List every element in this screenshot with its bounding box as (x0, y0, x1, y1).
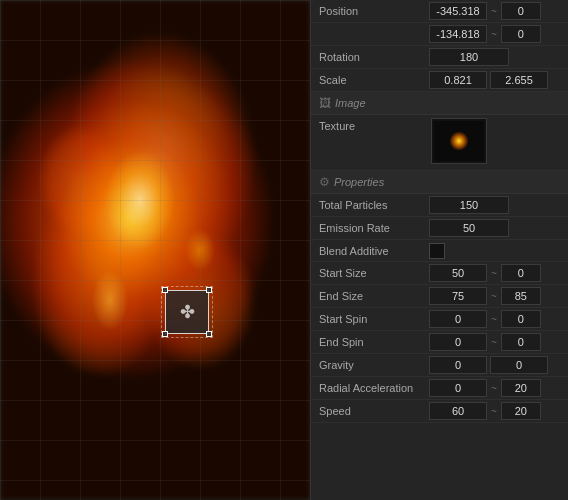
grid-overlay (0, 0, 310, 500)
position-row-1: Position ~ (311, 0, 568, 23)
speed-tilde: ~ (490, 406, 498, 417)
selected-object-widget[interactable]: ✤ (165, 290, 209, 334)
scale-row: Scale (311, 69, 568, 92)
tilde-2: ~ (490, 29, 498, 40)
gravity-input2[interactable] (490, 356, 548, 374)
end-size-input[interactable] (429, 287, 487, 305)
end-spin-label: End Spin (319, 336, 429, 348)
position-values-1: ~ (429, 2, 560, 20)
gravity-input[interactable] (429, 356, 487, 374)
texture-thumbnail[interactable] (431, 118, 487, 164)
blend-additive-checkbox[interactable] (429, 243, 445, 259)
scale-y-input[interactable] (490, 71, 548, 89)
properties-section-title: Properties (334, 176, 384, 188)
properties-panel: Position ~ ~ Rotation Scale 🖼 Image (310, 0, 568, 500)
canvas-viewport[interactable]: ✤ (0, 0, 310, 500)
handle-top-right[interactable] (206, 287, 212, 293)
image-section-icon: 🖼 (319, 96, 331, 110)
position-y2-input[interactable] (501, 25, 541, 43)
gravity-values (429, 356, 560, 374)
radial-accel-tilde: ~ (490, 383, 498, 394)
speed-input2[interactable] (501, 402, 541, 420)
position-values-2: ~ (429, 25, 560, 43)
texture-label: Texture (319, 118, 429, 132)
position-row-2: ~ (311, 23, 568, 46)
texture-preview (434, 121, 484, 161)
start-spin-values: ~ (429, 310, 560, 328)
start-size-input[interactable] (429, 264, 487, 282)
scale-label: Scale (319, 74, 429, 86)
end-size-values: ~ (429, 287, 560, 305)
end-size-label: End Size (319, 290, 429, 302)
end-spin-row: End Spin ~ (311, 331, 568, 354)
blend-additive-label: Blend Additive (319, 245, 429, 257)
rotation-label: Rotation (319, 51, 429, 63)
emission-rate-input[interactable] (429, 219, 509, 237)
properties-section-header: ⚙ Properties (311, 171, 568, 194)
scale-values (429, 71, 560, 89)
radial-accel-input[interactable] (429, 379, 487, 397)
end-size-input2[interactable] (501, 287, 541, 305)
end-spin-values: ~ (429, 333, 560, 351)
handle-bottom-right[interactable] (206, 331, 212, 337)
speed-row: Speed ~ (311, 400, 568, 423)
start-size-values: ~ (429, 264, 560, 282)
emission-rate-values (429, 219, 560, 237)
rotation-input[interactable] (429, 48, 509, 66)
gravity-row: Gravity (311, 354, 568, 377)
end-spin-input2[interactable] (501, 333, 541, 351)
radial-accel-values: ~ (429, 379, 560, 397)
emission-rate-label: Emission Rate (319, 222, 429, 234)
properties-section-icon: ⚙ (319, 175, 330, 189)
position-label: Position (319, 5, 429, 17)
tilde-1: ~ (490, 6, 498, 17)
blend-additive-row: Blend Additive (311, 240, 568, 262)
end-size-row: End Size ~ (311, 285, 568, 308)
speed-label: Speed (319, 405, 429, 417)
handle-bottom-left[interactable] (162, 331, 168, 337)
rotation-values (429, 48, 560, 66)
radial-accel-row: Radial Acceleration ~ (311, 377, 568, 400)
position-y-input[interactable] (429, 25, 487, 43)
start-size-tilde: ~ (490, 268, 498, 279)
rotation-row: Rotation (311, 46, 568, 69)
speed-input[interactable] (429, 402, 487, 420)
widget-center-icon: ✤ (180, 303, 195, 321)
end-spin-input[interactable] (429, 333, 487, 351)
end-spin-tilde: ~ (490, 337, 498, 348)
scale-x-input[interactable] (429, 71, 487, 89)
start-spin-row: Start Spin ~ (311, 308, 568, 331)
position-x-input[interactable] (429, 2, 487, 20)
radial-accel-label: Radial Acceleration (319, 382, 429, 394)
blend-additive-values (429, 243, 560, 259)
total-particles-row: Total Particles (311, 194, 568, 217)
start-size-row: Start Size ~ (311, 262, 568, 285)
image-section-title: Image (335, 97, 366, 109)
end-size-tilde: ~ (490, 291, 498, 302)
texture-row: Texture (311, 115, 568, 171)
gravity-label: Gravity (319, 359, 429, 371)
start-spin-tilde: ~ (490, 314, 498, 325)
total-particles-input[interactable] (429, 196, 509, 214)
start-spin-label: Start Spin (319, 313, 429, 325)
image-section-header: 🖼 Image (311, 92, 568, 115)
handle-top-left[interactable] (162, 287, 168, 293)
total-particles-label: Total Particles (319, 199, 429, 211)
radial-accel-input2[interactable] (501, 379, 541, 397)
start-size-input2[interactable] (501, 264, 541, 282)
speed-values: ~ (429, 402, 560, 420)
start-spin-input[interactable] (429, 310, 487, 328)
total-particles-values (429, 196, 560, 214)
position-x2-input[interactable] (501, 2, 541, 20)
start-size-label: Start Size (319, 267, 429, 279)
start-spin-input2[interactable] (501, 310, 541, 328)
emission-rate-row: Emission Rate (311, 217, 568, 240)
